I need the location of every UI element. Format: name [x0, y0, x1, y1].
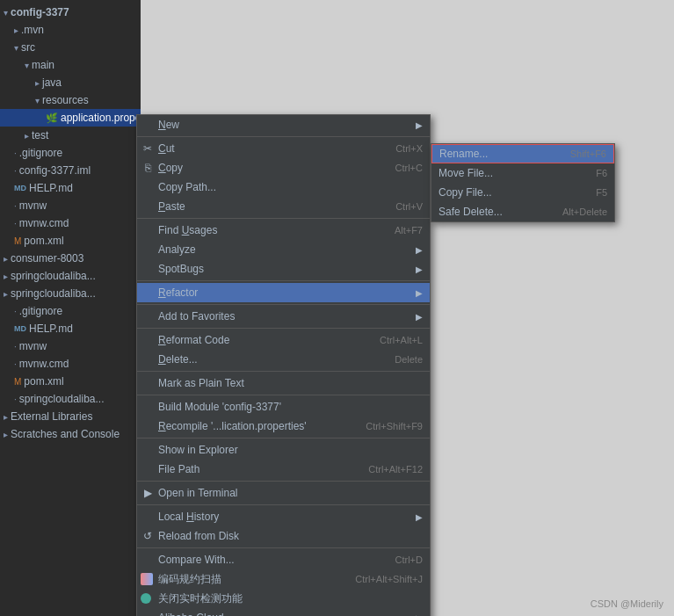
- tree-item[interactable]: ·mvnw: [0, 337, 141, 355]
- menu-item-label: 关闭实时检测功能: [158, 591, 423, 606]
- menu-item[interactable]: ↺Reload from Disk: [137, 526, 430, 546]
- menu-item[interactable]: SpotBugs▶: [137, 259, 430, 279]
- tree-item-label: .gitignore: [19, 147, 62, 159]
- submenu-item[interactable]: Safe Delete...Alt+Delete: [431, 202, 614, 221]
- file-icon: ▸: [4, 289, 8, 299]
- submenu-item[interactable]: Rename...Shift+F6: [431, 144, 614, 163]
- tree-item[interactable]: ▸springcloudaliba...: [0, 267, 141, 285]
- tree-item-label: mvnw: [19, 199, 47, 212]
- tree-item[interactable]: ·.gitignore: [0, 302, 141, 320]
- tree-item[interactable]: ·.gitignore: [0, 144, 141, 162]
- file-icon: MD: [14, 184, 26, 192]
- file-icon: ▾: [4, 8, 8, 18]
- menu-item-label: Add to Favorites: [158, 310, 416, 322]
- menu-item[interactable]: Recompile '...lication.properties'Ctrl+S…: [137, 417, 430, 436]
- tree-item-label: HELP.md: [29, 322, 73, 335]
- menu-item[interactable]: 编码规约扫描Ctrl+Alt+Shift+J: [137, 569, 430, 589]
- tree-item[interactable]: ▾config-3377: [0, 4, 141, 21]
- menu-separator: [137, 504, 430, 505]
- tree-item-label: springcloudaliba...: [11, 270, 96, 282]
- menu-item-label: Mark as Plain Text: [158, 377, 423, 389]
- tree-item[interactable]: ▸.mvn: [0, 21, 141, 39]
- menu-item[interactable]: Copy Path...: [137, 178, 430, 197]
- refactor-submenu[interactable]: Rename...Shift+F6Move File...F6Copy File…: [431, 143, 615, 222]
- tree-item-label: mvnw.cmd: [19, 358, 69, 370]
- menu-item-label: Paste: [158, 200, 378, 213]
- menu-item-label: Reformat Code: [158, 334, 362, 346]
- menu-item[interactable]: Analyze▶: [137, 240, 430, 259]
- menu-shortcut: Ctrl+Shift+F9: [366, 421, 423, 431]
- submenu-arrow-icon: ▶: [416, 288, 423, 298]
- submenu-item-label: Safe Delete...: [438, 206, 503, 218]
- menu-item[interactable]: Reformat CodeCtrl+Alt+L: [137, 330, 430, 350]
- file-icon: ·: [14, 201, 17, 211]
- tree-item[interactable]: Mpom.xml: [0, 373, 141, 390]
- tree-item-label: src: [21, 41, 35, 54]
- menu-item[interactable]: File PathCtrl+Alt+F12: [137, 460, 430, 479]
- tree-item[interactable]: 🌿application.properties: [0, 109, 141, 127]
- watermark: CSDN @Miderily: [591, 598, 663, 609]
- close-detect-icon: [141, 593, 151, 604]
- submenu-shortcut: Shift+F6: [570, 149, 606, 159]
- menu-item[interactable]: Compare With...Ctrl+D: [137, 550, 430, 569]
- tree-item[interactable]: ·mvnw.cmd: [0, 214, 141, 232]
- file-icon: 🌿: [46, 112, 58, 124]
- menu-item[interactable]: Show in Explorer: [137, 440, 430, 460]
- tree-item-label: mvnw: [19, 340, 47, 352]
- submenu-arrow-icon: ▶: [416, 312, 423, 322]
- file-icon: ▸: [25, 131, 29, 141]
- context-menu[interactable]: New▶✂CutCtrl+X⎘CopyCtrl+CCopy Path...Pas…: [136, 114, 431, 616]
- tree-item[interactable]: MDHELP.md: [0, 179, 141, 197]
- tree-item[interactable]: ·mvnw.cmd: [0, 355, 141, 373]
- tree-item[interactable]: ·config-3377.iml: [0, 162, 141, 179]
- file-icon: ▾: [35, 96, 40, 105]
- menu-item[interactable]: Build Module 'config-3377': [137, 397, 430, 417]
- tree-item[interactable]: Mpom.xml: [0, 232, 141, 250]
- menu-item[interactable]: Add to Favorites▶: [137, 307, 430, 326]
- submenu-item[interactable]: Copy File...F5: [431, 183, 614, 202]
- tree-item[interactable]: ▸java: [0, 74, 141, 91]
- menu-item[interactable]: Find UsagesAlt+F7: [137, 221, 430, 240]
- tree-item[interactable]: ▾src: [0, 39, 141, 56]
- file-icon: ·: [14, 149, 17, 158]
- file-icon: ·: [14, 166, 17, 176]
- menu-item[interactable]: 关闭实时检测功能: [137, 589, 430, 608]
- menu-separator: [137, 328, 430, 329]
- menu-item[interactable]: Mark as Plain Text: [137, 373, 430, 393]
- menu-item[interactable]: Delete...Delete: [137, 350, 430, 369]
- submenu-shortcut: F5: [596, 187, 607, 198]
- tree-item[interactable]: ·mvnw: [0, 197, 141, 214]
- tree-item[interactable]: ▸consumer-8003: [0, 250, 141, 267]
- file-icon: M: [14, 236, 21, 246]
- menu-item-label: Cut: [158, 142, 378, 155]
- copy-icon: ⎘: [141, 161, 155, 175]
- tree-item[interactable]: ▸Scratches and Console: [0, 425, 141, 443]
- menu-shortcut: Ctrl+Alt+F12: [368, 464, 423, 475]
- menu-item[interactable]: ✂CutCtrl+X: [137, 139, 430, 158]
- tree-item-label: mvnw.cmd: [19, 217, 69, 229]
- submenu-item-label: Copy File...: [438, 186, 492, 199]
- tree-item[interactable]: ▸springcloudaliba...: [0, 285, 141, 302]
- scissors-icon: ✂: [141, 141, 155, 156]
- tree-item[interactable]: ▸External Libraries: [0, 408, 141, 425]
- menu-item-label: Local History: [158, 511, 416, 523]
- submenu-item[interactable]: Move File...F6: [431, 163, 614, 183]
- menu-item-label: SpotBugs: [158, 263, 416, 275]
- tree-item-label: pom.xml: [24, 235, 63, 247]
- tree-item[interactable]: ▸test: [0, 127, 141, 144]
- tree-item[interactable]: ▾main: [0, 56, 141, 74]
- menu-separator: [137, 218, 430, 219]
- menu-item[interactable]: ▶Open in Terminal: [137, 483, 430, 503]
- menu-item[interactable]: New▶: [137, 115, 430, 134]
- menu-item[interactable]: PasteCtrl+V: [137, 197, 430, 216]
- tree-item[interactable]: MDHELP.md: [0, 320, 141, 337]
- menu-item[interactable]: Alibaba Cloud▶: [137, 608, 430, 616]
- menu-item-label: 编码规约扫描: [158, 572, 337, 587]
- menu-item[interactable]: Refactor▶: [137, 283, 430, 302]
- tree-item[interactable]: ▾resources: [0, 91, 141, 109]
- menu-item[interactable]: Local History▶: [137, 507, 430, 526]
- menu-item[interactable]: ⎘CopyCtrl+C: [137, 158, 430, 178]
- menu-shortcut: Ctrl+Alt+Shift+J: [355, 574, 423, 584]
- tree-item[interactable]: ·springcloudaliba...: [0, 390, 141, 408]
- menu-shortcut: Delete: [395, 354, 423, 365]
